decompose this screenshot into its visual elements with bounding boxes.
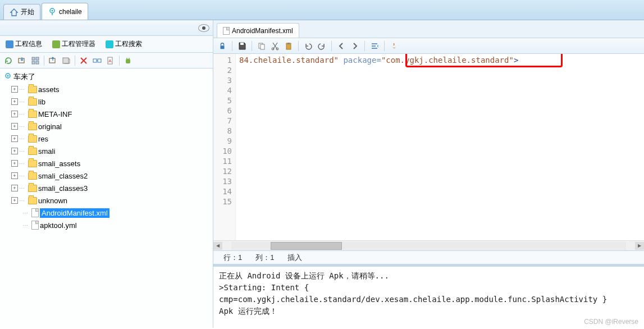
- cut-icon[interactable]: [270, 40, 281, 52]
- expander-icon[interactable]: +: [11, 135, 18, 142]
- tree-file-apktool[interactable]: ⋯ apktool.yml: [1, 219, 212, 231]
- tree-file-manifest[interactable]: ⋯ AndroidManifest.xml: [1, 207, 212, 219]
- folder-icon: [28, 111, 37, 118]
- copy-icon[interactable]: [256, 40, 267, 52]
- scroll-left-button[interactable]: ◀: [213, 242, 222, 250]
- new-file-icon[interactable]: A: [106, 56, 116, 66]
- svg-rect-4: [36, 57, 39, 60]
- java-icon[interactable]: [389, 40, 400, 52]
- tree-connector: ⋯: [19, 136, 27, 142]
- expander-icon[interactable]: +: [11, 111, 18, 117]
- back-icon[interactable]: [336, 40, 347, 52]
- editor-toolbar: [213, 38, 644, 54]
- tree-folder[interactable]: + ⋯ lib: [1, 95, 212, 108]
- svg-point-1: [52, 10, 53, 11]
- tree-folder[interactable]: + ⋯ res: [1, 132, 212, 145]
- console-output[interactable]: 正在从 Android 设备上运行 Apk，请稍等... >Starting: …: [213, 266, 644, 328]
- scroll-track[interactable]: [231, 242, 626, 250]
- file-tab-manifest[interactable]: AndroidManifest.xml: [217, 23, 299, 38]
- lock-icon[interactable]: [217, 40, 228, 52]
- tree-root[interactable]: 车来了: [1, 71, 212, 83]
- folder-icon: [28, 148, 37, 155]
- tree-file-label: AndroidManifest.xml: [40, 208, 109, 218]
- expander-icon[interactable]: +: [11, 172, 18, 179]
- rename-icon[interactable]: [92, 56, 102, 66]
- code-editor[interactable]: 123456789101112131415 84.chelaile.standa…: [213, 54, 644, 240]
- export-icon[interactable]: [48, 56, 58, 66]
- tab-project[interactable]: chelaile: [42, 3, 88, 20]
- import-icon[interactable]: [17, 56, 27, 66]
- tree-folder[interactable]: + ⋯ unknown: [1, 194, 212, 207]
- tree-folder[interactable]: + ⋯ smali: [1, 145, 212, 157]
- redo-icon[interactable]: [316, 40, 327, 52]
- save-icon[interactable]: [236, 40, 248, 52]
- folder-icon: [28, 197, 37, 204]
- svg-rect-19: [240, 43, 244, 45]
- tree-connector: ⋯: [19, 173, 27, 179]
- android-icon[interactable]: [123, 56, 133, 66]
- eye-icon[interactable]: [198, 24, 209, 32]
- editor-area: AndroidManifest.xml: [213, 20, 644, 266]
- expander-icon[interactable]: +: [11, 123, 18, 130]
- sub-tab-manager[interactable]: 工程管理器: [50, 38, 98, 51]
- console-line: >Starting: Intent { cmp=com.ygkj.chelail…: [219, 282, 638, 305]
- sub-tab-info[interactable]: 工程信息: [3, 38, 44, 51]
- expander-icon[interactable]: +: [11, 148, 18, 154]
- tree-connector: ⋯: [19, 148, 27, 154]
- tree-connector: ⋯: [22, 222, 30, 229]
- top-tabs-bar: 开始 chelaile: [0, 0, 644, 20]
- delete-icon[interactable]: [79, 56, 89, 66]
- scroll-thumb[interactable]: [271, 242, 342, 250]
- tab-start[interactable]: 开始: [3, 4, 40, 20]
- right-panel: AndroidManifest.xml: [213, 20, 644, 328]
- boxes-icon[interactable]: [30, 56, 40, 66]
- tree-folder-label: lib: [38, 98, 45, 106]
- scroll-right-button[interactable]: ▶: [635, 242, 644, 250]
- format-icon[interactable]: [369, 40, 380, 52]
- save-all-icon[interactable]: [61, 56, 71, 66]
- paste-icon[interactable]: [283, 40, 294, 52]
- left-toolbar: A: [0, 53, 213, 68]
- tree-connector: ⋯: [19, 86, 27, 93]
- tree-folder[interactable]: + ⋯ smali_classes3: [1, 182, 212, 194]
- file-tree[interactable]: 车来了 + ⋯ assets+ ⋯ lib+ ⋯ META-INF+ ⋯ ori…: [0, 68, 213, 328]
- tree-folder-label: META-INF: [38, 110, 72, 118]
- sub-tab-search[interactable]: 工程搜索: [103, 38, 144, 51]
- forward-icon[interactable]: [349, 40, 360, 52]
- expander-icon[interactable]: +: [11, 197, 18, 204]
- tree-connector: ⋯: [19, 198, 27, 204]
- search-icon: [106, 40, 113, 48]
- tree-folder-label: unknown: [38, 197, 67, 205]
- code-content[interactable]: 84.chelaile.standard" package="com.ygkj.…: [236, 54, 644, 240]
- tree-folder[interactable]: + ⋯ smali_classes2: [1, 170, 212, 182]
- file-icon: [223, 27, 230, 35]
- tree-connector: ⋯: [19, 99, 27, 105]
- folder-icon: [28, 123, 37, 130]
- tree-connector: ⋯: [19, 124, 27, 130]
- tree-folder[interactable]: + ⋯ smali_assets: [1, 157, 212, 170]
- status-mode: 插入: [287, 253, 302, 263]
- undo-icon[interactable]: [303, 40, 314, 52]
- tree-folder[interactable]: + ⋯ assets: [1, 83, 212, 95]
- folder-icon: [28, 98, 37, 106]
- expander-icon[interactable]: +: [11, 160, 18, 167]
- tree-folder[interactable]: + ⋯ META-INF: [1, 108, 212, 120]
- refresh-icon[interactable]: [3, 56, 13, 66]
- expander-icon[interactable]: +: [11, 98, 18, 105]
- code-line-1: 84.chelaile.standard" package="com.ygkj.…: [239, 55, 641, 65]
- svg-rect-9: [93, 59, 97, 62]
- tree-connector: ⋯: [19, 185, 27, 191]
- expander-icon[interactable]: +: [11, 185, 18, 191]
- horizontal-scrollbar[interactable]: ◀ ▶: [213, 240, 644, 250]
- location-icon: [48, 7, 57, 16]
- expander-icon[interactable]: +: [11, 86, 18, 93]
- left-top-bar: [0, 20, 213, 36]
- folder-icon: [28, 135, 37, 143]
- tree-folder-label: assets: [38, 85, 60, 94]
- sub-tab-search-label: 工程搜索: [115, 39, 142, 49]
- file-tab-label: AndroidManifest.xml: [232, 27, 293, 35]
- tree-folder[interactable]: + ⋯ original: [1, 120, 212, 132]
- file-tabs-bar: AndroidManifest.xml: [213, 20, 644, 38]
- tree-folder-label: smali: [38, 147, 55, 156]
- svg-point-17: [7, 75, 9, 77]
